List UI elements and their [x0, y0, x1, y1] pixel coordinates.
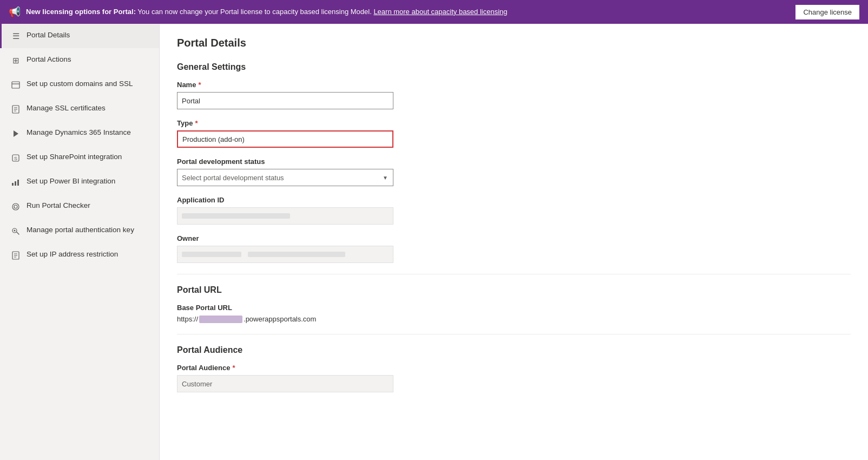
- sidebar-item-power-bi[interactable]: Set up Power BI integration: [0, 170, 159, 194]
- sidebar-item-ip-restriction-label: Set up IP address restriction: [27, 249, 118, 260]
- portal-audience-input[interactable]: [177, 375, 393, 392]
- type-input[interactable]: [177, 130, 393, 148]
- type-required-star: *: [195, 119, 198, 127]
- sidebar-item-portal-actions[interactable]: ⊞ Portal Actions: [0, 48, 159, 73]
- page-title: Portal Details: [177, 37, 851, 49]
- banner-bold-text: New licensing options for Portal:: [26, 8, 136, 16]
- url-prefix: https://: [177, 315, 198, 323]
- banner-learn-more-link[interactable]: Learn more about capacity based licensin…: [373, 8, 507, 16]
- sidebar-item-ssl-certs-label: Manage SSL certificates: [27, 103, 106, 114]
- ssl-certs-icon: [10, 104, 21, 115]
- owner-skeleton-2: [248, 252, 345, 257]
- sidebar-item-portal-details-label: Portal Details: [27, 30, 70, 41]
- app-id-value: [177, 207, 393, 225]
- name-label: Name *: [177, 81, 851, 89]
- custom-domains-icon: [10, 80, 21, 90]
- sidebar-item-custom-domains[interactable]: Set up custom domains and SSL: [0, 73, 159, 97]
- sidebar-item-auth-key-label: Manage portal authentication key: [27, 225, 134, 235]
- sidebar-item-portal-checker[interactable]: Run Portal Checker: [0, 194, 159, 219]
- portal-dev-status-field-group: Portal development status Select portal …: [177, 157, 851, 186]
- sidebar-item-portal-checker-label: Run Portal Checker: [27, 201, 90, 211]
- sidebar-item-ip-restriction[interactable]: Set up IP address restriction: [0, 243, 159, 267]
- power-bi-icon: [10, 177, 21, 188]
- sidebar-item-auth-key[interactable]: Manage portal authentication key: [0, 219, 159, 243]
- base-url-label: Base Portal URL: [177, 304, 851, 312]
- name-field-group: Name *: [177, 81, 851, 109]
- owner-skeleton-1: [182, 252, 241, 257]
- owner-label: Owner: [177, 234, 851, 242]
- url-redacted-part: [199, 316, 242, 323]
- divider-1: [177, 274, 851, 274]
- auth-key-icon: [10, 226, 21, 236]
- svg-point-12: [12, 203, 19, 210]
- app-id-field-group: Application ID: [177, 196, 851, 225]
- banner-text: New licensing options for Portal: You ca…: [26, 7, 790, 17]
- portal-url-title: Portal URL: [177, 285, 851, 295]
- sidebar-item-sharepoint[interactable]: S Set up SharePoint integration: [0, 146, 159, 170]
- base-url-value: https:// .powerappsportals.com: [177, 315, 851, 323]
- portal-audience-field-group: Portal Audience *: [177, 364, 851, 392]
- sidebar-item-dynamics-instance-label: Manage Dynamics 365 Instance: [27, 128, 131, 138]
- sidebar-item-portal-details[interactable]: ☰ Portal Details: [0, 24, 159, 48]
- owner-value: [177, 246, 393, 263]
- portal-actions-icon: ⊞: [10, 55, 21, 66]
- main-content: Portal Details General Settings Name * T…: [160, 24, 868, 460]
- svg-rect-11: [17, 180, 19, 186]
- owner-field-group: Owner: [177, 234, 851, 263]
- banner-icon: 📢: [9, 6, 21, 18]
- ip-restriction-icon: [10, 250, 21, 261]
- sidebar-item-dynamics-instance[interactable]: Manage Dynamics 365 Instance: [0, 121, 159, 146]
- portal-dev-status-select[interactable]: Select portal development status: [177, 169, 393, 186]
- sidebar-item-ssl-certs[interactable]: Manage SSL certificates: [0, 97, 159, 121]
- svg-point-13: [14, 205, 17, 208]
- portal-dev-status-label: Portal development status: [177, 157, 851, 166]
- app-id-skeleton: [182, 213, 290, 219]
- sidebar-item-custom-domains-label: Set up custom domains and SSL: [27, 79, 133, 89]
- type-label: Type *: [177, 119, 851, 127]
- sidebar-item-power-bi-label: Set up Power BI integration: [27, 176, 115, 187]
- divider-2: [177, 334, 851, 334]
- sidebar: ☰ Portal Details ⊞ Portal Actions Set up…: [0, 24, 160, 460]
- general-settings-title: General Settings: [177, 62, 851, 72]
- portal-dev-status-select-wrapper: Select portal development status ▼: [177, 169, 393, 186]
- portal-audience-label: Portal Audience *: [177, 364, 851, 372]
- svg-rect-9: [12, 183, 14, 186]
- svg-point-15: [14, 230, 16, 232]
- sidebar-item-sharepoint-label: Set up SharePoint integration: [27, 152, 122, 162]
- banner-body-text: You can now change your Portal license t…: [137, 8, 373, 16]
- app-id-label: Application ID: [177, 196, 851, 204]
- type-field-group: Type *: [177, 119, 851, 148]
- change-license-button[interactable]: Change license: [795, 5, 859, 19]
- svg-marker-6: [14, 130, 18, 137]
- app-layout: ☰ Portal Details ⊞ Portal Actions Set up…: [0, 24, 868, 460]
- dynamics-instance-icon: [10, 128, 21, 139]
- portal-checker-icon: [10, 201, 21, 212]
- licensing-banner: 📢 New licensing options for Portal: You …: [0, 0, 868, 24]
- name-input[interactable]: [177, 92, 393, 109]
- svg-rect-10: [15, 181, 16, 186]
- portal-audience-required-star: *: [232, 364, 235, 372]
- base-url-field-group: Base Portal URL https:// .powerappsporta…: [177, 304, 851, 323]
- portal-details-icon: ☰: [10, 31, 21, 42]
- svg-rect-0: [12, 82, 19, 88]
- sharepoint-icon: S: [10, 153, 21, 163]
- sidebar-item-portal-actions-label: Portal Actions: [27, 55, 71, 65]
- name-required-star: *: [198, 81, 201, 89]
- url-suffix: .powerappsportals.com: [244, 315, 316, 323]
- portal-audience-title: Portal Audience: [177, 345, 851, 355]
- svg-text:S: S: [14, 156, 17, 161]
